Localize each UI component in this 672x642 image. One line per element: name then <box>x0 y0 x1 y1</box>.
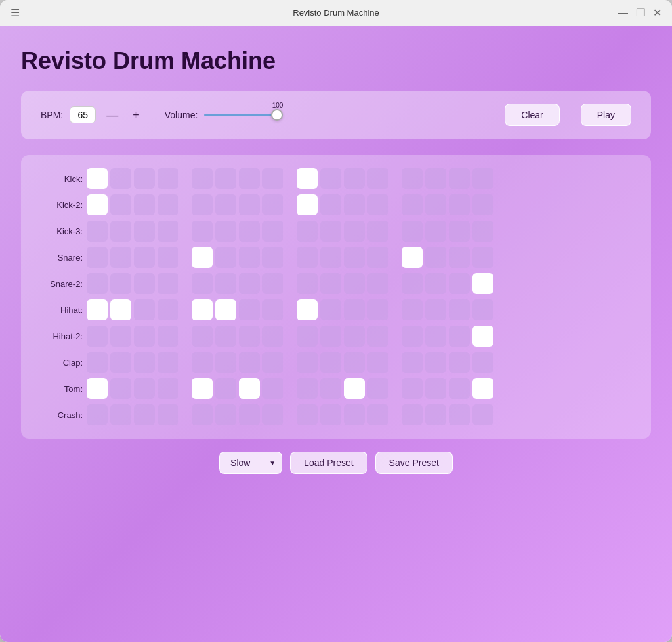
step-6-13[interactable] <box>425 326 446 347</box>
step-9-13[interactable] <box>425 404 446 425</box>
step-9-10[interactable] <box>344 404 365 425</box>
step-3-11[interactable] <box>368 247 388 268</box>
step-1-9[interactable] <box>320 194 341 215</box>
step-4-4[interactable] <box>192 273 213 294</box>
step-8-9[interactable] <box>320 378 341 399</box>
step-8-6[interactable] <box>239 378 260 399</box>
step-3-10[interactable] <box>344 247 365 268</box>
step-8-4[interactable] <box>192 378 213 399</box>
step-8-15[interactable] <box>472 378 494 399</box>
step-0-5[interactable] <box>215 168 236 189</box>
step-0-4[interactable] <box>192 168 213 189</box>
step-0-10[interactable] <box>344 168 365 189</box>
step-5-12[interactable] <box>402 299 423 320</box>
step-7-9[interactable] <box>320 352 341 373</box>
step-6-3[interactable] <box>158 326 178 347</box>
step-7-15[interactable] <box>472 352 494 373</box>
step-3-2[interactable] <box>134 247 155 268</box>
step-9-9[interactable] <box>320 404 341 425</box>
step-2-14[interactable] <box>449 221 470 242</box>
step-3-14[interactable] <box>449 247 470 268</box>
step-2-4[interactable] <box>192 221 213 242</box>
step-0-1[interactable] <box>110 168 131 189</box>
step-6-6[interactable] <box>239 326 260 347</box>
step-1-10[interactable] <box>344 194 365 215</box>
step-2-0[interactable] <box>87 221 108 242</box>
step-1-12[interactable] <box>402 194 423 215</box>
step-8-11[interactable] <box>368 378 388 399</box>
step-2-8[interactable] <box>297 221 318 242</box>
minimize-button[interactable]: — <box>618 8 628 18</box>
step-2-9[interactable] <box>320 221 341 242</box>
save-preset-button[interactable]: Save Preset <box>375 452 453 474</box>
step-6-0[interactable] <box>87 326 108 347</box>
bpm-increase-button[interactable]: + <box>129 108 144 122</box>
step-7-4[interactable] <box>192 352 213 373</box>
step-5-4[interactable] <box>192 299 213 320</box>
step-5-8[interactable] <box>297 299 318 320</box>
step-4-7[interactable] <box>262 273 284 294</box>
step-2-3[interactable] <box>158 221 178 242</box>
step-2-15[interactable] <box>472 221 494 242</box>
step-1-5[interactable] <box>215 194 236 215</box>
step-7-1[interactable] <box>110 352 131 373</box>
step-1-2[interactable] <box>134 194 155 215</box>
step-5-0[interactable] <box>87 299 108 320</box>
step-3-4[interactable] <box>192 247 213 268</box>
step-1-8[interactable] <box>297 194 318 215</box>
step-9-3[interactable] <box>158 404 178 425</box>
step-1-11[interactable] <box>368 194 388 215</box>
step-7-12[interactable] <box>402 352 423 373</box>
step-5-10[interactable] <box>344 299 365 320</box>
step-4-3[interactable] <box>158 273 178 294</box>
step-5-7[interactable] <box>262 299 284 320</box>
step-2-13[interactable] <box>425 221 446 242</box>
step-2-6[interactable] <box>239 221 260 242</box>
step-3-8[interactable] <box>297 247 318 268</box>
step-7-2[interactable] <box>134 352 155 373</box>
step-8-12[interactable] <box>402 378 423 399</box>
step-0-13[interactable] <box>425 168 446 189</box>
step-6-10[interactable] <box>344 326 365 347</box>
step-4-0[interactable] <box>87 273 108 294</box>
step-0-7[interactable] <box>262 168 284 189</box>
step-9-5[interactable] <box>215 404 236 425</box>
step-9-7[interactable] <box>262 404 284 425</box>
step-9-12[interactable] <box>402 404 423 425</box>
step-9-4[interactable] <box>192 404 213 425</box>
step-7-5[interactable] <box>215 352 236 373</box>
step-2-1[interactable] <box>110 221 131 242</box>
step-3-5[interactable] <box>215 247 236 268</box>
step-9-11[interactable] <box>368 404 388 425</box>
load-preset-button[interactable]: Load Preset <box>290 452 368 474</box>
close-button[interactable]: ✕ <box>653 8 662 18</box>
step-9-14[interactable] <box>449 404 470 425</box>
step-6-8[interactable] <box>297 326 318 347</box>
step-3-3[interactable] <box>158 247 178 268</box>
step-9-1[interactable] <box>110 404 131 425</box>
step-4-14[interactable] <box>449 273 470 294</box>
step-3-7[interactable] <box>262 247 284 268</box>
clear-button[interactable]: Clear <box>505 104 559 126</box>
step-8-1[interactable] <box>110 378 131 399</box>
step-3-13[interactable] <box>425 247 446 268</box>
step-1-3[interactable] <box>158 194 178 215</box>
step-4-6[interactable] <box>239 273 260 294</box>
step-5-15[interactable] <box>472 299 494 320</box>
step-0-6[interactable] <box>239 168 260 189</box>
step-7-8[interactable] <box>297 352 318 373</box>
step-6-2[interactable] <box>134 326 155 347</box>
step-8-13[interactable] <box>425 378 446 399</box>
step-0-2[interactable] <box>134 168 155 189</box>
step-1-7[interactable] <box>262 194 284 215</box>
step-7-7[interactable] <box>262 352 284 373</box>
step-9-0[interactable] <box>87 404 108 425</box>
step-3-6[interactable] <box>239 247 260 268</box>
step-0-0[interactable] <box>87 168 108 189</box>
step-2-2[interactable] <box>134 221 155 242</box>
step-7-10[interactable] <box>344 352 365 373</box>
maximize-button[interactable]: ❐ <box>636 8 645 18</box>
step-1-1[interactable] <box>110 194 131 215</box>
step-8-0[interactable] <box>87 378 108 399</box>
step-6-14[interactable] <box>449 326 470 347</box>
